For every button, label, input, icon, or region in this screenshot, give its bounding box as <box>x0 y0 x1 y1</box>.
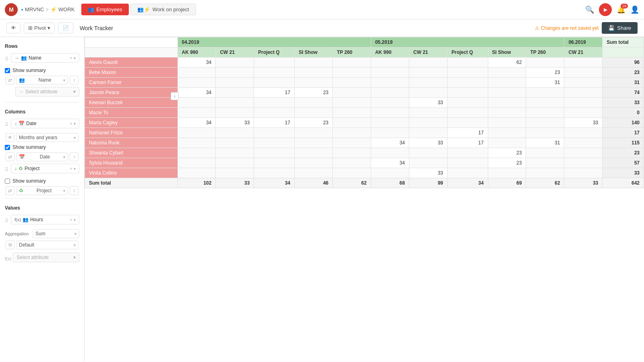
columns2-project-select[interactable]: ♻ Project ▾ <box>16 186 68 195</box>
notification-bell[interactable]: 🔔29 <box>617 5 625 14</box>
hours-f-icon: f(x) <box>14 217 21 222</box>
row-name-cell: Bebe Maxon <box>85 68 178 78</box>
name-header <box>85 47 178 58</box>
search-icon[interactable]: 🔍 <box>585 5 594 14</box>
proj-h-6: CW 21 <box>409 47 447 58</box>
data-cell: 33 <box>564 118 603 128</box>
date-calendar-icon: 📅 <box>19 121 25 126</box>
month-header-2: 06.2019 <box>564 37 603 47</box>
data-cell <box>526 158 564 168</box>
data-cell <box>178 98 216 108</box>
table-row: Natosha Runk34331731115 <box>85 138 644 148</box>
data-cell: 17 <box>447 138 488 148</box>
collapse-button[interactable]: ‹ <box>171 92 179 100</box>
values-add-chevron: ▾ <box>73 255 76 260</box>
drag-handle-hours[interactable]: ⠿ <box>5 218 8 224</box>
data-cell <box>333 98 371 108</box>
pivot-icon: ⊞ <box>28 25 33 31</box>
columns-project-chevron[interactable]: ▾ <box>74 167 76 171</box>
values-display-select[interactable]: Default ▾ <box>16 241 78 249</box>
columns-sort-icon[interactable]: ↕ <box>70 152 78 161</box>
pivot-button[interactable]: ⊞ Pivot ▾ <box>24 23 55 33</box>
proj-h-8: SI Show <box>488 47 526 58</box>
rows-name-select[interactable]: 👥 Name ▾ <box>16 76 68 84</box>
data-cell <box>254 148 295 158</box>
user-icon[interactable]: 👤 <box>630 5 639 14</box>
aggregation-chevron: ▾ <box>74 232 76 236</box>
data-cell <box>295 168 333 178</box>
data-cell <box>216 68 254 78</box>
share-button[interactable]: 💾 Share <box>602 22 638 34</box>
columns-eye-icon[interactable]: 👁 <box>6 133 14 142</box>
data-cell <box>295 98 333 108</box>
data-cell <box>526 118 564 128</box>
tab-employees[interactable]: 👥 Employees <box>81 4 129 15</box>
columns2-sort-icon[interactable]: ↕ <box>70 186 78 195</box>
title-input[interactable] <box>76 23 532 33</box>
eye-button[interactable]: 👁 <box>6 23 21 33</box>
data-cell <box>178 148 216 158</box>
columns-date-item[interactable]: ↓ 📅 Date × ▾ <box>11 119 79 128</box>
data-cell <box>216 168 254 178</box>
sum-cell: 33 <box>564 178 603 188</box>
rows-show-summary-checkbox[interactable] <box>5 68 10 73</box>
data-cell: 34 <box>178 118 216 128</box>
rows-name-chevron[interactable]: ▾ <box>74 56 76 60</box>
data-cell <box>564 58 603 68</box>
data-cell <box>295 108 333 118</box>
work-icon: 👥⚡ <box>137 6 150 12</box>
workspace-dot: ● <box>21 7 23 12</box>
data-cell <box>178 168 216 178</box>
rows-arrow-item[interactable]: → 👥 Name × ▾ <box>11 53 79 63</box>
columns2-show-summary-checkbox[interactable] <box>5 179 10 184</box>
data-cell: 31 <box>526 78 564 88</box>
tab-work-label: Work on project <box>153 6 189 12</box>
data-cell <box>488 98 526 108</box>
values-gear-icon[interactable]: ⚙ <box>6 241 14 249</box>
data-cell <box>564 168 603 178</box>
aggregation-select[interactable]: Sum ▾ <box>33 229 79 238</box>
columns-project-close[interactable]: × <box>70 167 72 171</box>
avatar[interactable]: M <box>5 3 18 16</box>
columns2-sub-icon[interactable]: ⇄ <box>6 186 14 195</box>
youtube-icon[interactable]: ▶ <box>599 3 612 16</box>
rows-show-summary-label: Show summary <box>12 68 46 73</box>
table-row: Vinita Collins3333 <box>85 168 644 178</box>
rows-add-attr[interactable]: → Select attribute ▾ <box>15 87 79 97</box>
values-add-attr[interactable]: Select attribute ▾ <box>13 253 79 262</box>
values-hours-close[interactable]: × <box>70 218 72 222</box>
data-cell <box>409 78 447 88</box>
data-cell <box>254 168 295 178</box>
values-add-attr-label: Select attribute <box>17 255 72 260</box>
rows-name-close[interactable]: × <box>70 56 72 60</box>
data-cell: 33 <box>409 98 447 108</box>
columns-date-chevron[interactable]: ▾ <box>74 121 76 126</box>
values-hours-chevron[interactable]: ▾ <box>74 218 76 222</box>
columns-show-summary-checkbox[interactable] <box>5 145 10 150</box>
columns-display-select[interactable]: Months and years ▾ <box>16 133 78 142</box>
columns-date-select[interactable]: 📅 Date ▾ <box>16 152 68 161</box>
columns-sub-icon[interactable]: ⇄ <box>6 152 14 161</box>
data-cell <box>409 108 447 118</box>
proj-h-10: CW 21 <box>564 47 603 58</box>
data-cell <box>333 168 371 178</box>
tab-work-on-project[interactable]: 👥⚡ Work on project <box>130 4 196 15</box>
rows-sort-icon[interactable]: ↕ <box>70 76 78 84</box>
columns-project-item[interactable]: ↓ ♻ Project × ▾ <box>11 164 79 173</box>
values-hours-item[interactable]: f(x) 👥 Hours × ▾ <box>11 215 79 224</box>
drag-handle-project[interactable]: ⠿ <box>5 167 8 173</box>
columns2-show-summary-label: Show summary <box>12 178 46 184</box>
doc-button[interactable]: 📄 <box>58 23 73 33</box>
proj-h-7: Project Q <box>447 47 488 58</box>
corner-cell <box>85 37 178 47</box>
row-total: 57 <box>603 158 644 168</box>
drag-handle-rows-arrow[interactable]: ⠿ <box>5 56 8 62</box>
data-cell <box>254 58 295 68</box>
columns-date-close[interactable]: × <box>70 121 72 126</box>
row-total: 33 <box>603 168 644 178</box>
data-cell <box>216 128 254 138</box>
drag-handle-date[interactable]: ⠿ <box>5 122 8 128</box>
rows-sub-icon[interactable]: ⇄ <box>6 76 14 84</box>
data-cell <box>564 98 603 108</box>
proj-h-0: AK 990 <box>178 47 216 58</box>
